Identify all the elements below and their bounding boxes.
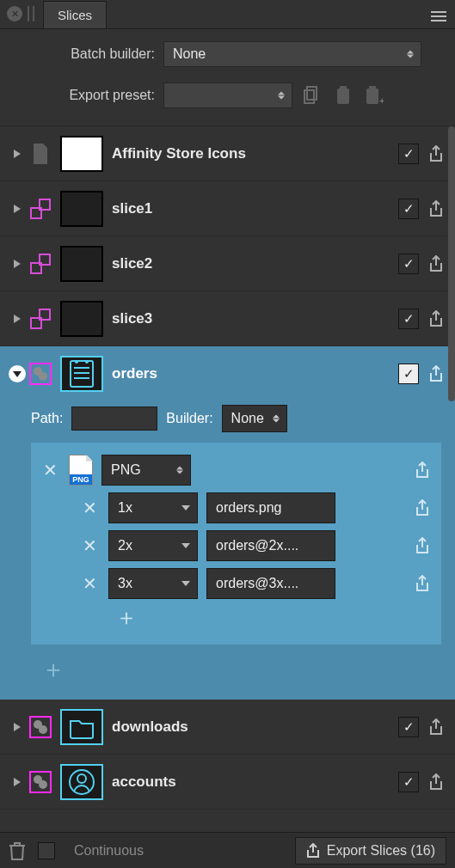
- batch-builder-dropdown[interactable]: None: [163, 41, 421, 67]
- slice-name[interactable]: slice1: [112, 200, 398, 217]
- trash-icon[interactable]: [9, 840, 26, 861]
- document-icon: [28, 141, 53, 167]
- chevron-down-icon: [181, 581, 190, 586]
- svg-point-31: [77, 774, 86, 783]
- include-checkbox[interactable]: ✓: [398, 364, 419, 384]
- slice-thumbnail: [60, 764, 103, 800]
- export-slices-button[interactable]: Export Slices (16): [295, 837, 446, 865]
- clipboard-icon[interactable]: [332, 83, 354, 108]
- scale-dropdown[interactable]: 2x: [108, 530, 198, 561]
- copy-preset-icon[interactable]: [301, 83, 323, 108]
- filename-value: orders.png: [216, 500, 282, 516]
- export-icon[interactable]: [412, 460, 433, 480]
- slice-row: slice2 ✓: [0, 236, 455, 291]
- slice-thumbnail: [60, 301, 103, 337]
- export-icon[interactable]: [426, 309, 446, 329]
- filename-input[interactable]: orders.png: [206, 492, 335, 523]
- include-checkbox[interactable]: ✓: [398, 309, 419, 329]
- panel-menu-icon[interactable]: [431, 11, 446, 21]
- add-format-icon[interactable]: ＋: [41, 653, 455, 686]
- add-scale-icon[interactable]: ＋: [115, 602, 433, 633]
- updown-icon: [407, 51, 414, 58]
- export-icon[interactable]: [412, 498, 433, 518]
- filename-value: orders@2x....: [216, 538, 298, 553]
- svg-text:+: +: [379, 95, 384, 105]
- slice-type-icon: [28, 196, 53, 222]
- export-icon[interactable]: [426, 144, 446, 164]
- slice-thumbnail: [60, 709, 103, 745]
- disclosure-icon[interactable]: [7, 199, 28, 219]
- slice-type-icon: [28, 306, 53, 332]
- tab-slices[interactable]: Slices: [43, 1, 107, 28]
- svg-rect-2: [337, 89, 349, 104]
- chevron-down-icon: [181, 505, 190, 510]
- svg-point-29: [39, 780, 47, 789]
- continuous-checkbox[interactable]: [38, 842, 55, 859]
- remove-scale-icon[interactable]: ✕: [79, 535, 100, 556]
- disclosure-icon[interactable]: [7, 144, 28, 164]
- slice-name[interactable]: accounts: [112, 773, 398, 791]
- tab-label: Slices: [58, 8, 92, 22]
- path-input[interactable]: [71, 406, 157, 431]
- svg-point-15: [39, 372, 47, 381]
- layer-type-icon: [28, 714, 53, 740]
- include-checkbox[interactable]: ✓: [398, 717, 419, 737]
- disclosure-icon[interactable]: [7, 309, 28, 329]
- export-icon[interactable]: [412, 535, 433, 556]
- include-checkbox[interactable]: ✓: [398, 199, 419, 219]
- add-preset-icon[interactable]: +: [363, 83, 385, 108]
- export-icon[interactable]: [426, 199, 446, 219]
- svg-marker-22: [14, 723, 21, 731]
- builder-dropdown[interactable]: None: [222, 405, 287, 432]
- slice-row: accounts ✓: [0, 755, 455, 810]
- filename-value: orders@3x....: [216, 576, 298, 591]
- export-preset-dropdown[interactable]: [163, 83, 292, 108]
- include-checkbox[interactable]: ✓: [398, 254, 419, 274]
- svg-marker-7: [14, 150, 21, 158]
- slice-row: Affinity Store Icons ✓: [0, 126, 455, 181]
- remove-format-icon[interactable]: ✕: [40, 460, 60, 480]
- slice-row: slice1 ✓: [0, 181, 455, 236]
- filename-input[interactable]: orders@2x....: [206, 530, 335, 561]
- scale-dropdown[interactable]: 1x: [108, 492, 198, 523]
- format-dropdown[interactable]: PNG: [101, 455, 191, 486]
- disclosure-icon[interactable]: [7, 772, 28, 792]
- batch-builder-label: Batch builder:: [28, 46, 155, 62]
- slice-name[interactable]: downloads: [112, 718, 398, 736]
- remove-scale-icon[interactable]: ✕: [79, 573, 100, 594]
- export-icon[interactable]: [426, 254, 446, 274]
- slice-name[interactable]: slice3: [112, 310, 398, 327]
- disclosure-icon[interactable]: [7, 717, 28, 737]
- slice-thumbnail: [60, 356, 103, 392]
- svg-marker-26: [14, 778, 21, 786]
- scale-value: 2x: [118, 538, 132, 553]
- slice-name[interactable]: orders: [112, 365, 398, 382]
- panel-close-icon[interactable]: ✕: [7, 6, 22, 21]
- export-icon[interactable]: [426, 772, 446, 792]
- export-icon[interactable]: [426, 717, 446, 737]
- updown-icon: [278, 92, 285, 100]
- svg-marker-8: [14, 205, 21, 213]
- remove-scale-icon[interactable]: ✕: [79, 498, 100, 518]
- export-icon[interactable]: [426, 364, 446, 384]
- slice-name[interactable]: slice2: [112, 255, 398, 272]
- scale-dropdown[interactable]: 3x: [108, 568, 198, 599]
- include-checkbox[interactable]: ✓: [398, 144, 419, 164]
- scale-value: 1x: [118, 500, 132, 516]
- disclosure-icon[interactable]: [7, 364, 28, 384]
- filename-input[interactable]: orders@3x....: [206, 568, 335, 599]
- export-preset-label: Export preset:: [28, 88, 155, 103]
- include-checkbox[interactable]: ✓: [398, 772, 419, 792]
- format-block: ✕ PNG PNG ✕ 1x orders.png: [31, 443, 441, 645]
- png-file-icon: PNG: [69, 455, 93, 486]
- export-icon[interactable]: [412, 573, 433, 594]
- svg-rect-1: [304, 90, 314, 103]
- slice-thumbnail: [60, 136, 103, 172]
- slice-row-selected: orders ✓ Path: Builder: None ✕ PNG PNG: [0, 346, 455, 700]
- updown-icon: [176, 467, 183, 474]
- scrollbar[interactable]: [448, 126, 455, 401]
- disclosure-icon[interactable]: [7, 254, 28, 274]
- slice-name[interactable]: Affinity Store Icons: [112, 145, 398, 162]
- builder-label: Builder:: [166, 411, 212, 426]
- slice-thumbnail: [60, 246, 103, 282]
